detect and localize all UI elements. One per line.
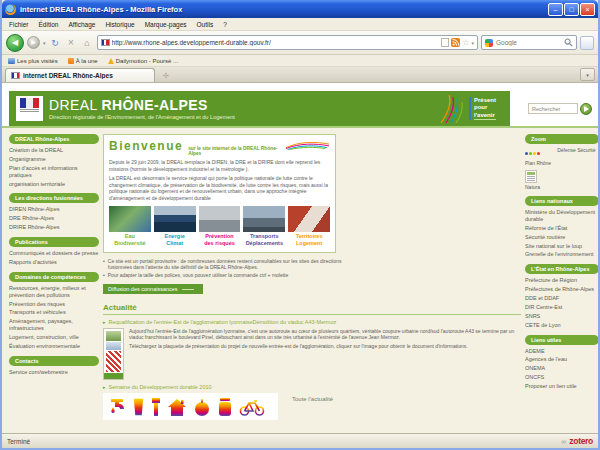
sidebar-link[interactable]: ONEMA <box>525 365 598 372</box>
url-dropdown-icon[interactable]: ▾ <box>471 40 474 46</box>
sidebar-section-zoom[interactable]: Zoom <box>525 134 598 144</box>
zoom-natura[interactable]: Natura <box>525 170 540 190</box>
back-button[interactable]: ◀ <box>6 34 24 52</box>
all-news-link[interactable]: Toute l'actualité <box>292 396 333 402</box>
sidebar-section-publications[interactable]: Publications <box>9 237 99 247</box>
home-button[interactable]: ⌂ <box>81 38 94 48</box>
rss-feed-icon[interactable] <box>451 38 460 47</box>
sidebar-link[interactable]: Transports et véhicules <box>9 309 99 316</box>
glass-icon <box>132 397 145 417</box>
bookmark-dailymotion[interactable]: Dailymotion - Poursé ... <box>108 58 178 64</box>
tagline: Présent pour l'avenir <box>469 97 496 120</box>
sidebar-link[interactable]: Ressources, énergie, milieux et préventi… <box>9 285 99 299</box>
sidebar-link[interactable]: Préfecture de Région <box>525 277 598 284</box>
zoom-plan-rhone[interactable]: Plan Rhône <box>525 147 551 166</box>
tab-list-button[interactable]: ▾ <box>580 68 595 81</box>
sidebar-link[interactable]: Logement, construction, ville <box>9 334 99 341</box>
sidebar-section-liens-utiles[interactable]: Liens utiles <box>525 335 598 345</box>
sidebar-link[interactable]: Proposer un lien utile <box>525 383 598 390</box>
forward-button[interactable]: ▶ <box>27 36 40 49</box>
sidebar-link[interactable]: Site national sur le loup <box>525 243 598 250</box>
category-transports-deplacements[interactable]: Transports Déplacements <box>243 206 285 247</box>
browser-window: internet DREAL Rhône-Alpes - Mozilla Fir… <box>0 0 600 450</box>
tab-dreal[interactable]: internet DREAL Rhône-Alpes <box>5 68 155 82</box>
maximize-button[interactable]: □ <box>564 3 579 16</box>
left-sidebar: DREAL Rhône-Alpes Création de la DREAL O… <box>9 134 99 378</box>
magnifier-icon[interactable] <box>564 38 573 47</box>
sidebar-link[interactable]: DDE et DDAF <box>525 295 598 302</box>
sidebar-link[interactable]: Agences de l'eau <box>525 356 598 363</box>
sidebar-link[interactable]: Ministère du Développement durable <box>525 209 598 223</box>
menu-fichier[interactable]: Fichier <box>9 21 29 28</box>
sidebar-section-etat-rhone-alpes[interactable]: L'État en Rhône-Alpes <box>525 264 598 274</box>
sidebar-link[interactable]: DRE Rhône-Alpes <box>9 215 99 222</box>
sidebar-link[interactable]: Communiqués et dossiers de presse <box>9 250 99 257</box>
sidebar-link[interactable]: Réforme de l'État <box>525 225 598 232</box>
category-prevention-risques[interactable]: Prévention des risques <box>199 206 241 247</box>
sidebar-link[interactable]: Organigramme <box>9 156 99 163</box>
zoom-defense-securite[interactable]: Défense Sécurité <box>557 147 595 166</box>
category-eau-biodiversite[interactable]: Eau Biodiversité <box>109 206 151 247</box>
sidebar-link[interactable]: ONCFS <box>525 374 598 381</box>
sidebar-link[interactable]: Évaluation environnementale <box>9 343 99 350</box>
sidebar-link[interactable]: organisation territoriale <box>9 181 99 188</box>
menu-marque-pages[interactable]: Marque-pages <box>145 21 187 28</box>
diffusion-connaissances-button[interactable]: Diffusion des connaissances <box>103 284 203 294</box>
sidebar-link[interactable]: Service com/webmestre <box>9 369 99 376</box>
sidebar-link[interactable]: Grenelle de l'environnement <box>525 251 598 258</box>
web-search-box[interactable] <box>481 35 577 50</box>
google-logo-icon[interactable] <box>485 39 493 47</box>
sidebar-section-directions[interactable]: Les directions fusionnées <box>9 193 99 203</box>
sidebar-link[interactable]: DIREN Rhône-Alpes <box>9 206 99 213</box>
menu-affichage[interactable]: Affichage <box>68 21 95 28</box>
status-text: Terminé <box>7 438 30 445</box>
zotero-label[interactable]: zotero <box>569 436 593 446</box>
menu-edition[interactable]: Édition <box>39 21 59 28</box>
sidebar-link[interactable]: SNRS <box>525 313 598 320</box>
sidebar-link[interactable]: Plan d'accès et informations pratiques <box>9 165 99 179</box>
menu-outils[interactable]: Outils <box>197 21 214 28</box>
sidebar-link[interactable]: Prévention des risques <box>9 301 99 308</box>
sidebar-link[interactable]: ADEME <box>525 348 598 355</box>
new-tab-button[interactable]: ✣ <box>163 72 169 80</box>
reload-button[interactable]: ↻ <box>49 38 62 48</box>
history-dropdown-icon[interactable]: ▾ <box>43 40 46 46</box>
sidebar-section-contacts[interactable]: Contacts <box>9 356 99 366</box>
category-energie-climat[interactable]: Energie Climat <box>154 206 196 247</box>
note-text: Pour adapter la taille des polices, vous… <box>108 272 289 279</box>
sidebar-link[interactable]: DIR Centre-Est <box>525 304 598 311</box>
sidebar-section-dreal[interactable]: DREAL Rhône-Alpes <box>9 134 99 144</box>
news-brochure-thumbnail[interactable] <box>103 328 124 380</box>
close-button[interactable]: × <box>580 3 595 16</box>
sidebar-section-domaines[interactable]: Domaines de compétences <box>9 272 99 282</box>
url-input[interactable] <box>112 39 440 46</box>
sidebar-link[interactable]: Préfectures de Rhône-Alpes <box>525 286 598 293</box>
title-bar[interactable]: internet DREAL Rhône-Alpes - Mozilla Fir… <box>2 0 598 18</box>
category-territoires-logement[interactable]: Territoires Logement <box>288 206 330 247</box>
sidebar-link[interactable]: Aménagement, paysages, infrastructures <box>9 318 99 332</box>
sidebar-link[interactable]: Rapports d'activités <box>9 259 99 266</box>
stop-button[interactable]: × <box>65 37 78 48</box>
bookmark-most-visited[interactable]: Les plus visités <box>8 58 58 64</box>
sidebar-section-liens-nationaux[interactable]: Liens nationaux <box>525 196 598 206</box>
url-bar[interactable]: ☆ ▾ <box>97 35 478 50</box>
menu-aide[interactable]: ? <box>223 21 227 28</box>
minimize-button[interactable]: – <box>548 3 563 16</box>
menu-historique[interactable]: Historique <box>105 21 134 28</box>
web-search-input[interactable] <box>496 39 561 46</box>
zotero-widget[interactable]: ∞ zotero <box>561 436 593 446</box>
session-window-icon[interactable] <box>580 36 594 50</box>
bookmark-a-la-une[interactable]: À la une <box>68 58 98 64</box>
rainbow-icons-strip[interactable] <box>103 393 278 420</box>
bookmark-star-icon[interactable]: ☆ <box>462 39 469 47</box>
sidebar-link[interactable]: Sécurité routière <box>525 234 598 241</box>
news-item-link-semaine[interactable]: ▸ Semaine du Développement durable 2010 <box>103 384 523 391</box>
sidebar-link[interactable]: DRIRE Rhône-Alpes <box>9 224 99 231</box>
sidebar-link[interactable]: CETE de Lyon <box>525 322 598 329</box>
site-search-input[interactable] <box>528 103 578 114</box>
news-item-link[interactable]: ▸ Requalification de l'entrée-Est de l'a… <box>103 319 523 326</box>
sidebar-link[interactable]: Création de la DREAL <box>9 147 99 154</box>
page-body: DREAL Rhône-Alpes Création de la DREAL O… <box>2 130 598 433</box>
search-go-button[interactable] <box>580 103 592 115</box>
menu-bar: Fichier Édition Affichage Historique Mar… <box>2 18 598 31</box>
